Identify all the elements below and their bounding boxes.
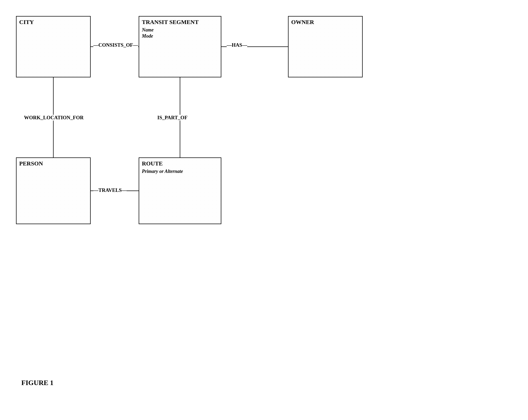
entity-city: CITY <box>16 16 91 77</box>
transit-attr-mode: Mode <box>142 33 218 39</box>
entity-person: PERSON <box>16 157 91 224</box>
relationship-travels: —TRAVELS— <box>93 187 127 193</box>
route-label: ROUTE <box>142 160 218 167</box>
owner-label: OWNER <box>291 19 359 26</box>
relationship-is-part-of: IS_PART_OF <box>157 115 187 121</box>
transit-segment-label: TRANSIT SEGMENT <box>142 19 218 26</box>
relationship-consists-of: —CONSISTS_OF— <box>93 42 138 48</box>
transit-attr-name: Name <box>142 27 218 33</box>
figure-caption: FIGURE 1 <box>21 379 54 387</box>
relationship-work-location-for: WORK_LOCATION_FOR <box>24 115 83 121</box>
route-attr-primary: Primary or Alternate <box>142 169 218 174</box>
relationship-has: —HAS— <box>227 42 247 48</box>
entity-transit-segment: TRANSIT SEGMENT Name Mode <box>139 16 221 77</box>
diagram-container: CITY TRANSIT SEGMENT Name Mode OWNER PER… <box>8 8 520 408</box>
person-label: PERSON <box>19 160 87 167</box>
entity-route: ROUTE Primary or Alternate <box>139 157 221 224</box>
city-label: CITY <box>19 19 87 26</box>
entity-owner: OWNER <box>288 16 363 77</box>
